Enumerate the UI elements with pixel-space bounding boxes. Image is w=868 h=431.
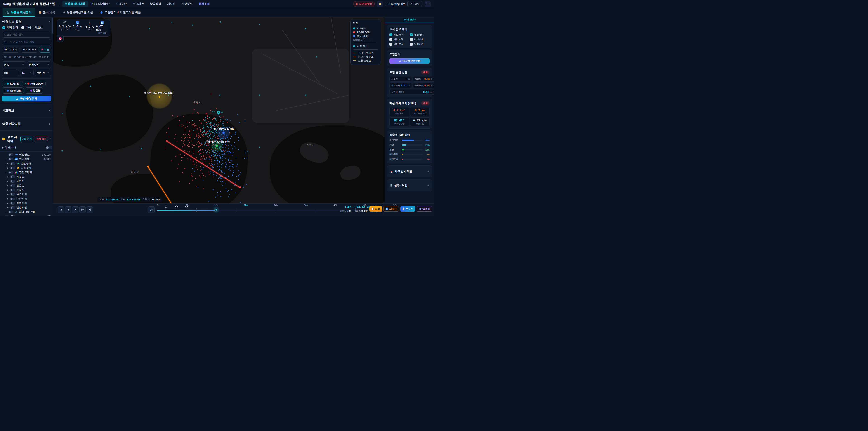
layer-toggle[interactable]: [4, 215, 9, 216]
checkbox-wind[interactable]: ✓풍향/풍속: [410, 33, 430, 36]
layer-toggle[interactable]: [10, 175, 15, 178]
step-back-button[interactable]: [65, 206, 71, 213]
nav-item-rescue[interactable]: 긴급구난: [113, 1, 129, 7]
oilfence-deploy-marker[interactable]: [185, 206, 188, 208]
model-chip-ensemble[interactable]: ✓앙상블: [25, 88, 43, 94]
recenter-incident-button[interactable]: [57, 35, 64, 42]
layer-toggle[interactable]: [8, 171, 13, 174]
unit-select[interactable]: kL▼: [20, 70, 34, 76]
checkbox-datetime[interactable]: 날짜시간: [410, 43, 430, 46]
oilfence-deploy-marker[interactable]: [175, 206, 178, 208]
nav-item-board[interactable]: 게시판: [164, 1, 178, 7]
tab-spill-analysis[interactable]: 유출유 확산분석: [3, 8, 35, 17]
layer-row-kcg-jurisdiction[interactable]: ▼⚓해경관할구역: [0, 210, 53, 214]
latitude-input[interactable]: [2, 47, 20, 53]
layer-toggle[interactable]: [10, 193, 15, 196]
run-forecast-button[interactable]: 확산예측 실행: [2, 96, 51, 101]
duration-select[interactable]: 48시간▼: [35, 70, 51, 76]
save-button[interactable]: 저장: [369, 206, 382, 212]
report-button[interactable]: 보고서: [400, 206, 415, 212]
nav-item-weather[interactable]: 기상정보: [179, 1, 195, 7]
layer-row-habitat[interactable]: ▶서식지: [0, 188, 53, 192]
oilfence-endpoint[interactable]: [166, 140, 168, 142]
layer-row-gunsan[interactable]: 군산: [0, 214, 53, 216]
logout-button[interactable]: 로그아웃: [407, 1, 422, 7]
recalculate-button[interactable]: 재계산: [383, 206, 399, 212]
layer-row-seasonal[interactable]: ▶계절별: [0, 175, 53, 179]
layer-toggle[interactable]: [10, 184, 15, 187]
layer-row-species[interactable]: ▶생물종: [0, 184, 53, 188]
tab-analysis-summary[interactable]: 분석 요약: [385, 17, 434, 23]
tab-oilfence-algorithm-theory[interactable]: 오일펜스 배치 알고리즘 이론: [96, 8, 144, 17]
layer-toggle[interactable]: [8, 153, 13, 156]
nav-item-reports[interactable]: 보고자료: [130, 1, 147, 7]
chevron-down-icon[interactable]: ▼: [49, 21, 51, 23]
pick-on-map-button[interactable]: 지도: [39, 47, 51, 53]
oilfence-endpoint[interactable]: [239, 186, 241, 188]
oilfence-endpoint[interactable]: [147, 166, 149, 167]
layer-row-fisheries[interactable]: 어장정보17,129: [0, 153, 53, 157]
model-chip-opendrift[interactable]: ✓OpenDrift: [2, 88, 24, 94]
polygon-analysis-button[interactable]: 다각형 분석수행: [390, 58, 430, 64]
nav-item-integrated-search[interactable]: 통합조회: [196, 1, 212, 7]
layer-toggle[interactable]: [8, 158, 13, 160]
play-button[interactable]: [72, 206, 79, 213]
checkbox-current[interactable]: ✓유향/유속: [390, 33, 409, 36]
checkbox-sensitive-resources[interactable]: 민감자원: [410, 38, 430, 41]
layer-row-socioeconomic[interactable]: ▶$사회경제: [0, 166, 53, 171]
layer-toggle[interactable]: [10, 189, 15, 191]
model-chip-poseidon[interactable]: ✓POSEIDON: [22, 81, 46, 86]
map-area[interactable]: ▼▼▼▼▼▼▼▼▼▼▼▼▼▼▼▼▼▼▼▼▼▼▼▼ 여자만 습지보호구역 (6h)…: [53, 17, 385, 204]
farm-marker-dot[interactable]: [215, 145, 218, 147]
notifications-button[interactable]: [377, 1, 383, 7]
layer-row-fishery-resource[interactable]: ▶수산자원: [0, 196, 53, 201]
tab-analysis-list[interactable]: 분석 목록: [35, 8, 59, 17]
layer-toggle[interactable]: [10, 162, 15, 165]
checkbox-shore-adhesion[interactable]: 해안부착: [390, 38, 409, 41]
incident-name-input[interactable]: [2, 32, 51, 37]
wetland-marker-dot[interactable]: [159, 96, 160, 98]
beach-marker-dot[interactable]: [222, 131, 225, 134]
sidebar-scrollbar[interactable]: [52, 18, 53, 34]
layer-row-sensitive-resources[interactable]: ▼민감자원3,947: [0, 157, 53, 162]
skip-end-button[interactable]: [87, 206, 93, 213]
layer-row-coastline[interactable]: ▶해안선: [0, 179, 53, 184]
layer-toggle[interactable]: [10, 206, 15, 209]
nav-item-air-search[interactable]: 항공탐색: [147, 1, 164, 7]
layer-toggle[interactable]: [10, 180, 15, 183]
layer-style-swatch[interactable]: [48, 215, 50, 216]
tab-diffusion-model-theory[interactable]: 유출유확산모델 이론: [59, 8, 96, 17]
hamburger-menu-button[interactable]: [425, 1, 431, 7]
layer-toggle[interactable]: [10, 202, 15, 205]
checkbox-time-display[interactable]: 시간 표시: [390, 43, 409, 46]
incident-list-select[interactable]: [2, 39, 51, 45]
layer-row-protected-area[interactable]: ▶보호지역: [0, 192, 53, 197]
layers-all-off-button[interactable]: 전체 끄기: [35, 136, 48, 142]
layer-row-sensitivity-eval[interactable]: ▼민감도평가: [0, 170, 53, 175]
backtrack-button[interactable]: 역추적: [416, 206, 432, 212]
longitude-input[interactable]: [21, 47, 38, 53]
layer-toggle[interactable]: [10, 197, 15, 200]
nav-item-hns[interactable]: HNS·대기확산: [89, 1, 112, 7]
layer-row-eco[interactable]: ▶환경생태: [0, 161, 53, 166]
playback-speed-button[interactable]: 1×: [148, 206, 155, 213]
radio-direct-input[interactable]: 직접 입력: [2, 26, 18, 30]
amount-input[interactable]: 100: [2, 70, 19, 76]
nav-item-spill-forecast[interactable]: 유출유 확산예측: [62, 1, 88, 7]
owner-insurance-card[interactable]: 선주 / 보험▶: [387, 180, 432, 191]
chevron-down-icon[interactable]: ▼: [49, 138, 51, 140]
all-layers-toggle[interactable]: [46, 146, 52, 149]
layers-all-on-button[interactable]: 전체 켜기: [20, 136, 34, 142]
layer-toggle[interactable]: [8, 211, 13, 213]
layer-row-industry[interactable]: ▶산업자원: [0, 206, 53, 210]
oilfence-deploy-marker[interactable]: [165, 206, 167, 208]
section-incident-info[interactable]: 사고정보▶: [0, 106, 53, 115]
model-chip-kosps[interactable]: ✓KOSPS: [2, 81, 21, 86]
section-impact-resources[interactable]: 영향 민감자원▶: [0, 120, 53, 128]
fast-forward-button[interactable]: [79, 206, 86, 213]
layer-toggle[interactable]: [10, 166, 15, 169]
radio-image-upload[interactable]: 이미지 업로드: [21, 26, 42, 30]
oil-type-select[interactable]: 벙커C유▼: [27, 61, 51, 68]
incident-active-badge[interactable]: 사고 진행중: [353, 1, 375, 7]
skip-start-button[interactable]: [58, 206, 64, 213]
